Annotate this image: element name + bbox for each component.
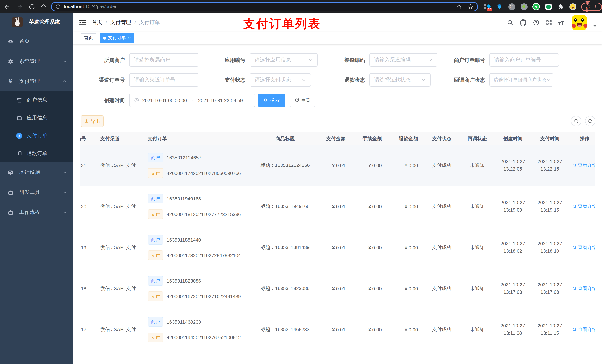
browser-profile-avatar[interactable] (569, 3, 576, 10)
sidebar-item-pay-order[interactable]: ¥ 支付订单 (0, 127, 73, 145)
tab-close-icon[interactable]: × (128, 36, 131, 40)
merchant-tag: 商户 (148, 276, 163, 286)
sidebar-item-merchant-info[interactable]: 商户信息 (0, 91, 73, 109)
tab-pay-order[interactable]: 支付订单 × (100, 33, 134, 43)
extension-command-icon[interactable]: ⌘ (508, 3, 515, 10)
table-row[interactable]: 17 微信 JSAPI 支付 商户1635311468233 支付4200001… (80, 309, 595, 350)
refresh-table-button[interactable] (585, 116, 595, 126)
address-bar[interactable]: localhost:1024/pay/order (51, 2, 478, 11)
cell-title: 标题：1635311881439 (250, 227, 320, 268)
sidebar-item-dev-tools[interactable]: 研发工具 (0, 182, 73, 202)
col-amount: 支付金额 (320, 132, 350, 145)
sidebar-item-workflow[interactable]: 工作流程 (0, 202, 73, 222)
font-size-icon[interactable]: TT (558, 20, 564, 26)
magnifier-icon (572, 163, 577, 167)
sidebar-menu: 首页 系统管理 ¥ 支付管理 (0, 31, 73, 222)
browser-home-button[interactable] (40, 3, 47, 10)
app-select[interactable]: 请选择应用信息 (250, 53, 318, 67)
date-range-picker[interactable]: 2021-10-01 00:00:00 - 2021-10-31 23:59:5… (129, 94, 255, 107)
table-row[interactable]: 21 微信 JSAPI 支付 商户1635312124657 支付4200001… (80, 145, 595, 186)
cell-title: 标题：1635312124656 (250, 145, 320, 186)
table-row[interactable]: 18 微信 JSAPI 支付 商户1635311823086 支付4200001… (80, 268, 595, 309)
merchant-no: 1635311881440 (167, 237, 201, 242)
sidebar-item-system[interactable]: 系统管理 (0, 52, 73, 71)
cell-amount: ¥ 0.01 (320, 186, 350, 227)
cell-notify: 未通知 (461, 309, 494, 350)
breadcrumb-pay-manage[interactable]: 支付管理 (110, 19, 131, 26)
cell-create-time: 2021-10-2713:22:05 (494, 145, 532, 186)
browser-reload-button[interactable] (28, 3, 35, 10)
search-icon[interactable] (506, 19, 514, 26)
chevron-down-icon (428, 58, 432, 62)
chevron-down-icon (302, 78, 306, 82)
callback-status-select[interactable]: 请选择订单回调商户状态 (489, 73, 553, 87)
tab-home[interactable]: 首页 (81, 33, 96, 43)
breadcrumb-home[interactable]: 首页 (92, 19, 102, 26)
github-icon[interactable] (519, 19, 527, 26)
view-detail-link[interactable]: 查看详情 (572, 162, 595, 169)
extension-kite-icon[interactable] (496, 3, 503, 10)
search-button[interactable]: 搜索 (258, 94, 285, 107)
filter-create-time: 创建时间 2021-10-01 00:00:00 - 2021-10-31 23… (77, 94, 255, 107)
view-detail-link[interactable]: 查看详情 (572, 203, 595, 210)
cell-pay-time: 2021-10-2713:18:10 (532, 227, 568, 268)
extensions-puzzle-icon[interactable] (557, 3, 564, 10)
filter-label: 支付状态 (198, 73, 250, 87)
sidebar-logo[interactable]: 芋道管理系统 (0, 13, 73, 31)
user-avatar[interactable] (572, 15, 587, 30)
view-detail-link[interactable]: 查看详情 (572, 326, 595, 333)
site-info-icon[interactable] (55, 4, 61, 9)
placeholder-text: 请输入渠道编码 (374, 57, 411, 63)
sidebar-item-home[interactable]: 首页 (0, 31, 73, 52)
sidebar-item-payment[interactable]: ¥ 支付管理 (0, 71, 73, 91)
toggle-search-button[interactable] (571, 116, 581, 126)
merchant-input[interactable]: 请选择所属商户 (129, 53, 198, 67)
browser-update-button[interactable]: 更新⋮ (581, 2, 602, 11)
pay-tag: 支付 (148, 209, 163, 219)
help-icon[interactable] (532, 19, 540, 26)
avatar-caret-icon[interactable] (593, 25, 597, 27)
extension-chat-icon[interactable] (545, 3, 552, 10)
sidebar-item-app-info[interactable]: 应用信息 (0, 109, 73, 127)
sidebar-item-refund-order[interactable]: 退款订单 (0, 145, 73, 162)
cell-pay-order: 商户1635311351736 (146, 350, 250, 364)
table-row[interactable]: 19 微信 JSAPI 支付 商户1635311881440 支付4200001… (80, 227, 595, 268)
sidebar-item-label: 支付订单 (27, 132, 47, 139)
pay-order-table[interactable]: 编号 支付渠道 支付订单 商品标题 支付金额 手续金额 退款金额 支付状态 回调… (80, 132, 595, 364)
page-body: 芋道管理系统 首页 系统管理 ¥ (0, 13, 602, 364)
extension-y-icon[interactable]: y (532, 3, 540, 10)
extension-tasks-icon[interactable]: 10 (484, 3, 491, 10)
shop-icon (16, 97, 22, 103)
browser-menu-icon[interactable]: ⋮ (593, 4, 598, 9)
browser-forward-button[interactable] (16, 3, 23, 10)
reset-button[interactable]: 重置 (290, 94, 315, 107)
table-row[interactable]: 商户1635311351736 (80, 350, 595, 364)
pay-status-select[interactable]: 请选择支付状态 (250, 73, 311, 87)
date-end: 2021-10-31 23:59:59 (198, 97, 243, 103)
content-area: 所属商户 请选择所属商户 应用编号 请选择应用信息 渠道编码 请输入渠道编码 (73, 44, 602, 364)
date-start: 2021-10-01 00:00:00 (142, 97, 187, 103)
channel-order-no-input[interactable]: 请输入渠道订单号 (129, 73, 198, 87)
filter-label: 退款状态 (318, 73, 369, 87)
view-detail-link[interactable]: 查看详情 (572, 285, 595, 292)
sidebar-item-infrastructure[interactable]: 基础设施 (0, 162, 73, 182)
export-button[interactable]: 导出 (81, 115, 104, 127)
channel-code-select[interactable]: 请输入渠道编码 (369, 53, 437, 67)
bookmark-star-icon[interactable] (468, 4, 473, 10)
browser-back-button[interactable] (3, 3, 11, 10)
download-icon (84, 119, 89, 123)
pay-no: 4200001194202110276752100612 (167, 335, 241, 340)
extension-record-icon[interactable] (520, 3, 527, 10)
table-row[interactable]: 20 微信 JSAPI 支付 商户1635311949168 支付4200001… (80, 186, 595, 227)
cell-pay-order: 商户1635311823086 支付4200001167202110271022… (146, 268, 250, 309)
sidebar-collapse-icon[interactable] (79, 20, 86, 26)
merchant-order-no-input[interactable]: 请输入商户订单编号 (489, 53, 559, 67)
cell-title: 标题：1635311949168 (250, 186, 320, 227)
fullscreen-icon[interactable] (545, 19, 553, 26)
filter-merchant: 所属商户 请选择所属商户 (77, 53, 198, 67)
filter-app: 应用编号 请选择应用信息 (198, 53, 318, 67)
refund-status-select[interactable]: 请选择退款状态 (369, 73, 430, 87)
cell-notify: 未通知 (461, 227, 494, 268)
share-icon[interactable] (456, 4, 462, 10)
view-detail-link[interactable]: 查看详情 (572, 244, 595, 251)
